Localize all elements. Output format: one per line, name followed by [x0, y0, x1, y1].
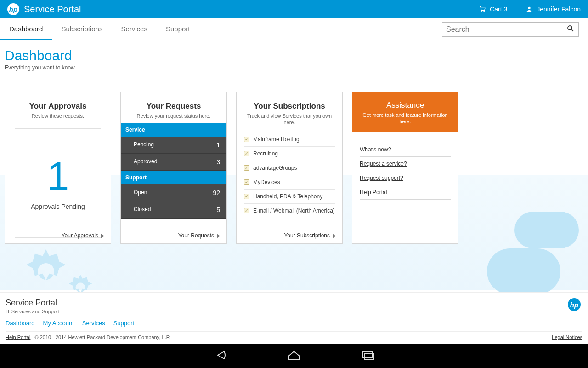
request-row[interactable]: Open92: [121, 184, 226, 201]
top-bar: hp Service Portal Cart 3 Jennifer Falcon: [0, 0, 588, 18]
approvals-count-wrap: 1 Approvals Pending: [5, 134, 111, 232]
chevron-right-icon: [333, 234, 336, 238]
request-section-header: Service: [121, 123, 226, 137]
subscription-label: MyDevices: [253, 179, 280, 185]
assistance-link[interactable]: Request a service?: [360, 157, 451, 171]
page-subtitle: Everything you want to know: [5, 64, 583, 71]
request-row-label: Closed: [134, 206, 151, 213]
footer-link-services[interactable]: Services: [82, 320, 105, 327]
card-head: Your Subscriptions Track and view Servic…: [237, 92, 342, 130]
card-footer: Your Requests: [121, 228, 226, 243]
subscriptions-link[interactable]: Your Subscriptions: [284, 232, 330, 239]
home-icon[interactable]: [285, 349, 303, 363]
back-icon[interactable]: [211, 349, 230, 363]
check-icon: ✓: [244, 194, 249, 199]
tab-support[interactable]: Support: [157, 18, 199, 40]
subscription-item[interactable]: ✓Recruiting: [244, 147, 335, 161]
footer-link-my-account[interactable]: My Account: [43, 320, 74, 327]
page-header: Dashboard Everything you want to know: [0, 40, 588, 74]
legal-notices-link[interactable]: Legal Notices: [552, 334, 582, 340]
search-input[interactable]: [446, 25, 566, 34]
assistance-links: What's new?Request a service?Request sup…: [352, 132, 458, 211]
check-icon: ✓: [244, 151, 249, 156]
cart-link[interactable]: Cart 3: [479, 6, 507, 13]
page-title: Dashboard: [5, 48, 583, 63]
footer: hp Service Portal IT Services and Suppor…: [0, 292, 588, 344]
card-subtitle: Review your request status here.: [127, 113, 220, 119]
subscription-item[interactable]: ✓E-mail / Webmail (North America): [244, 204, 335, 218]
chevron-right-icon: [101, 234, 104, 238]
request-section-header: Support: [121, 171, 226, 184]
help-portal-link[interactable]: Help Portal: [6, 334, 30, 340]
request-row-value: 1: [216, 141, 220, 149]
approvals-count-label: Approvals Pending: [31, 203, 85, 210]
approvals-link[interactable]: Your Approvals: [62, 232, 98, 239]
tabs: DashboardSubscriptionsServicesSupport: [0, 18, 199, 40]
cart-label: Cart 3: [490, 6, 507, 13]
request-row[interactable]: Closed5: [121, 201, 226, 218]
request-row-value: 3: [216, 158, 220, 166]
cards-row: Your Approvals Review these requests. 1 …: [0, 74, 588, 244]
user-name: Jennifer Falcon: [537, 6, 581, 13]
card-subscriptions: Your Subscriptions Track and view Servic…: [236, 92, 343, 244]
request-row-label: Open: [134, 189, 147, 196]
card-title: Your Requests: [127, 102, 220, 111]
subscription-item[interactable]: ✓Mainframe Hosting: [244, 132, 335, 147]
cart-icon: [479, 6, 486, 13]
recent-apps-icon[interactable]: [358, 349, 377, 363]
top-bar-right: Cart 3 Jennifer Falcon: [479, 6, 581, 13]
hp-logo: hp: [7, 3, 19, 15]
footer-link-support[interactable]: Support: [113, 320, 135, 327]
tab-dashboard[interactable]: Dashboard: [0, 18, 52, 40]
check-icon: ✓: [244, 165, 249, 171]
tab-subscriptions[interactable]: Subscriptions: [52, 18, 112, 40]
subscription-item[interactable]: ✓advantageGroups: [244, 161, 335, 175]
user-icon: [526, 6, 533, 13]
cloud-icon: [514, 212, 579, 248]
request-row-label: Pending: [134, 141, 154, 149]
brand-title: Service Portal: [24, 4, 81, 15]
requests-link[interactable]: Your Requests: [178, 232, 214, 239]
tab-services[interactable]: Services: [112, 18, 157, 40]
request-row[interactable]: Pending1: [121, 137, 226, 154]
card-approvals: Your Approvals Review these requests. 1 …: [5, 92, 111, 244]
card-requests: Your Requests Review your request status…: [120, 92, 227, 244]
footer-link-dashboard[interactable]: Dashboard: [6, 320, 35, 327]
approvals-count: 1: [47, 156, 69, 196]
user-link[interactable]: Jennifer Falcon: [526, 6, 581, 13]
assistance-link[interactable]: Request support?: [360, 171, 451, 185]
subscription-label: Mainframe Hosting: [253, 136, 300, 143]
subscriptions-list: ✓Mainframe Hosting✓Recruiting✓advantageG…: [237, 130, 342, 221]
check-icon: ✓: [244, 137, 249, 142]
request-row-value: 92: [213, 189, 220, 196]
subscription-label: E-mail / Webmail (North America): [253, 207, 335, 214]
request-row[interactable]: Approved3: [121, 154, 226, 171]
subscription-label: Recruiting: [253, 150, 278, 157]
card-title: Your Subscriptions: [243, 102, 336, 111]
card-assistance: Assistance Get more task and feature inf…: [352, 92, 458, 244]
search-box[interactable]: [442, 22, 579, 37]
subscription-item[interactable]: ✓Handheld, PDA & Telephony: [244, 190, 335, 204]
card-footer: Your Subscriptions: [237, 228, 342, 243]
nav-row: DashboardSubscriptionsServicesSupport: [0, 18, 588, 40]
subscription-item[interactable]: ✓MyDevices: [244, 175, 335, 190]
subscription-label: Handheld, PDA & Telephony: [253, 193, 322, 200]
search-icon[interactable]: [566, 24, 575, 34]
android-nav-bar: [0, 344, 588, 368]
chevron-right-icon: [217, 234, 220, 238]
request-row-value: 5: [216, 206, 220, 213]
requests-body: ServicePending1Approved3SupportOpen92Clo…: [121, 123, 226, 218]
card-subtitle: Get more task and feature information he…: [358, 112, 452, 125]
brand: hp Service Portal: [7, 3, 81, 15]
card-head: Your Approvals Review these requests.: [5, 92, 111, 123]
card-footer: Your Approvals: [5, 228, 111, 243]
assistance-link[interactable]: Help Portal: [360, 185, 451, 200]
card-subtitle: Review these requests.: [11, 113, 104, 119]
card-head: Assistance Get more task and feature inf…: [352, 92, 458, 132]
footer-title: Service Portal: [6, 298, 582, 308]
footer-bottom: Help Portal © 2010 - 2014 Hewlett-Packar…: [6, 331, 582, 340]
card-subtitle: Track and view Services that you own her…: [243, 113, 336, 126]
assistance-link[interactable]: What's new?: [360, 143, 451, 157]
check-icon: ✓: [244, 179, 249, 185]
card-head: Your Requests Review your request status…: [121, 92, 226, 123]
